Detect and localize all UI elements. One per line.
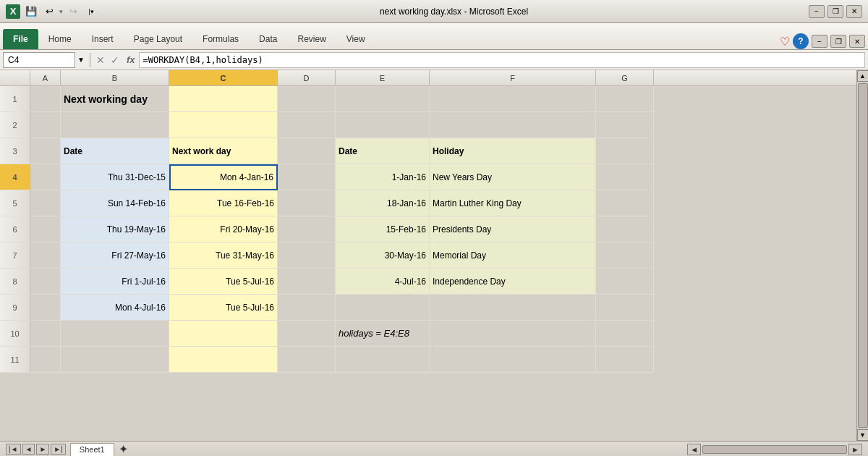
cell-f11[interactable] — [430, 347, 596, 373]
help-button[interactable]: ? — [793, 33, 809, 49]
save-qat-button[interactable]: 💾 — [23, 4, 39, 20]
cell-b6[interactable]: Thu 19-May-16 — [61, 216, 169, 242]
cell-c3-nextworkday-header[interactable]: Next work day — [169, 138, 278, 164]
cell-g8[interactable] — [596, 269, 654, 295]
cell-a11[interactable] — [30, 347, 61, 373]
row-num-4[interactable]: 4 — [0, 164, 30, 190]
row-num-9[interactable]: 9 — [0, 295, 30, 321]
cell-e3-date-header[interactable]: Date — [336, 138, 430, 164]
row-num-1[interactable]: 1 — [0, 86, 30, 112]
cell-c4[interactable]: Mon 4-Jan-16 — [169, 164, 278, 190]
add-sheet-button[interactable]: ✦ — [116, 442, 131, 456]
row-num-11[interactable]: 11 — [0, 347, 30, 373]
col-header-d[interactable]: D — [278, 70, 336, 85]
confirm-formula-icon[interactable]: ✓ — [111, 54, 119, 66]
cell-g4[interactable] — [596, 164, 654, 190]
row-num-3[interactable]: 3 — [0, 138, 30, 164]
cell-b5[interactable]: Sun 14-Feb-16 — [61, 190, 169, 216]
cancel-formula-icon[interactable]: ✕ — [96, 54, 105, 66]
cell-e1[interactable] — [336, 86, 430, 112]
name-box[interactable]: C4 — [3, 52, 75, 68]
col-header-c[interactable]: C — [169, 70, 278, 85]
row-num-5[interactable]: 5 — [0, 190, 30, 216]
row-num-6[interactable]: 6 — [0, 216, 30, 242]
sheet-next-button[interactable]: ► — [36, 444, 49, 455]
cell-c1[interactable] — [169, 86, 278, 112]
cell-f3-holiday-header[interactable]: Holiday — [430, 138, 596, 164]
scroll-left-button[interactable]: ◄ — [687, 444, 701, 455]
scroll-down-button[interactable]: ▼ — [857, 429, 869, 441]
cell-e5[interactable]: 18-Jan-16 — [336, 190, 430, 216]
tab-data[interactable]: Data — [249, 29, 287, 49]
cell-d3[interactable] — [278, 138, 336, 164]
col-header-e[interactable]: E — [336, 70, 430, 85]
cell-a3[interactable] — [30, 138, 61, 164]
cell-f10[interactable] — [430, 321, 596, 347]
ribbon-restore-button[interactable]: ❐ — [830, 35, 846, 48]
scroll-thumb[interactable] — [858, 83, 868, 428]
cell-c9[interactable]: Tue 5-Jul-16 — [169, 295, 278, 321]
cell-f9[interactable] — [430, 295, 596, 321]
cell-g3[interactable] — [596, 138, 654, 164]
cell-a4[interactable] — [30, 164, 61, 190]
cell-c6[interactable]: Fri 20-May-16 — [169, 216, 278, 242]
undo-qat-button[interactable]: ↩ — [41, 4, 57, 20]
cell-d7[interactable] — [278, 242, 336, 269]
minimize-button[interactable]: − — [809, 5, 825, 18]
tab-view[interactable]: View — [336, 29, 375, 49]
restore-button[interactable]: ❐ — [827, 5, 843, 18]
cell-a10[interactable] — [30, 321, 61, 347]
scroll-right-button[interactable]: ► — [848, 444, 862, 455]
tab-file[interactable]: File — [3, 29, 38, 49]
cell-a5[interactable] — [30, 190, 61, 216]
cell-g5[interactable] — [596, 190, 654, 216]
col-header-g[interactable]: G — [596, 70, 654, 85]
cell-e8[interactable]: 4-Jul-16 — [336, 269, 430, 295]
cell-c11[interactable] — [169, 347, 278, 373]
cell-b7[interactable]: Fri 27-May-16 — [61, 242, 169, 269]
col-header-f[interactable]: F — [430, 70, 596, 85]
cell-f1[interactable] — [430, 86, 596, 112]
cell-f4[interactable]: New Years Day — [430, 164, 596, 190]
name-box-dropdown[interactable]: ▼ — [77, 56, 85, 64]
tab-insert[interactable]: Insert — [82, 29, 124, 49]
col-header-b[interactable]: B — [61, 70, 169, 85]
cell-a6[interactable] — [30, 216, 61, 242]
cell-g1[interactable] — [596, 86, 654, 112]
cell-f6[interactable]: Presidents Day — [430, 216, 596, 242]
cell-f2[interactable] — [430, 112, 596, 138]
cell-b1[interactable]: Next working day — [61, 86, 169, 112]
cell-c2[interactable] — [169, 112, 278, 138]
vertical-scrollbar[interactable]: ▲ ▼ — [856, 70, 868, 441]
sheet-nav-arrows[interactable]: |◄ ◄ ► ►| — [6, 444, 66, 455]
formula-input[interactable] — [139, 52, 865, 68]
cell-b10[interactable] — [61, 321, 169, 347]
cell-d11[interactable] — [278, 347, 336, 373]
cell-g11[interactable] — [596, 347, 654, 373]
redo-qat-button[interactable]: ↪ — [65, 4, 81, 20]
col-header-a[interactable]: A — [30, 70, 61, 85]
cell-d8[interactable] — [278, 269, 336, 295]
cell-d1[interactable] — [278, 86, 336, 112]
cell-c10[interactable] — [169, 321, 278, 347]
cell-d2[interactable] — [278, 112, 336, 138]
ribbon-close-button[interactable]: ✕ — [849, 35, 865, 48]
cell-g9[interactable] — [596, 295, 654, 321]
cell-a9[interactable] — [30, 295, 61, 321]
row-num-2[interactable]: 2 — [0, 112, 30, 138]
tab-formulas[interactable]: Formulas — [192, 29, 249, 49]
cell-c5[interactable]: Tue 16-Feb-16 — [169, 190, 278, 216]
heart-icon[interactable]: ♡ — [780, 35, 790, 48]
cell-d10[interactable] — [278, 321, 336, 347]
cell-a2[interactable] — [30, 112, 61, 138]
ribbon-minimize-button[interactable]: − — [812, 35, 827, 48]
cell-b11[interactable] — [61, 347, 169, 373]
cell-d5[interactable] — [278, 190, 336, 216]
cell-e6[interactable]: 15-Feb-16 — [336, 216, 430, 242]
window-controls[interactable]: − ❐ ✕ — [809, 5, 862, 18]
customize-qat-button[interactable]: |▾ — [83, 4, 99, 20]
row-num-8[interactable]: 8 — [0, 269, 30, 295]
cell-e9[interactable] — [336, 295, 430, 321]
cell-a7[interactable] — [30, 242, 61, 269]
cell-d9[interactable] — [278, 295, 336, 321]
